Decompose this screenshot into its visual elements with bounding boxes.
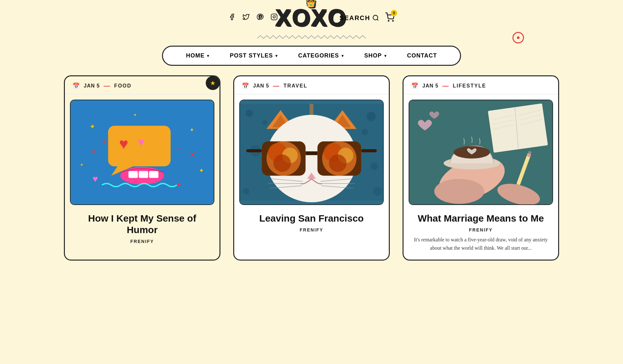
card-lifestyle-meta: 📅 JAN 5 — LIFESTYLE: [404, 76, 558, 95]
nav-bar: HOME ▾ POST STYLES ▾ CATEGORIES ▾ SHOP ▾…: [162, 46, 461, 66]
circle-decoration: [512, 32, 524, 43]
svg-point-33: [373, 187, 382, 196]
facebook-icon[interactable]: [228, 13, 235, 22]
svg-text:✦: ✦: [89, 123, 95, 131]
card-food-title: How I Kept My Sense of Humor: [73, 213, 212, 236]
card-food-meta: 📅 JAN 5 — FOOD: [65, 76, 219, 95]
svg-point-73: [434, 179, 484, 204]
card-lifestyle-image: [409, 100, 553, 205]
svg-text:✕: ✕: [91, 147, 97, 155]
svg-rect-18: [128, 171, 138, 178]
twitter-icon[interactable]: [242, 13, 250, 22]
circle-decoration-inner: [517, 36, 519, 39]
card-food-body: How I Kept My Sense of Humor FRENIFY: [65, 205, 219, 254]
svg-text:+: +: [177, 143, 182, 153]
card-food-dash: —: [104, 82, 110, 89]
svg-point-51: [329, 155, 347, 172]
svg-point-5: [393, 20, 394, 21]
card-food[interactable]: ★ 📅 JAN 5 — FOOD ✦ ✦ ✦ ✦ ✦ + +: [64, 75, 220, 261]
svg-point-2: [373, 15, 378, 20]
svg-point-27: [262, 120, 267, 125]
svg-text:✕: ✕: [189, 150, 196, 159]
card-travel[interactable]: 📅 JAN 5 — TRAVEL: [233, 75, 390, 261]
svg-text:✦: ✦: [133, 113, 137, 118]
svg-point-26: [246, 110, 253, 117]
nav-shop-label: SHOP: [364, 52, 382, 59]
calendar-icon-2: 📅: [242, 82, 249, 89]
site-logo[interactable]: 👑 XOXO: [276, 6, 347, 29]
nav-shop[interactable]: SHOP ▾: [354, 47, 397, 65]
svg-text:♥: ♥: [138, 136, 144, 148]
header: 👑 XOXO SEARCH 0: [0, 0, 623, 75]
search-icon: [372, 14, 379, 21]
nav-home-chevron: ▾: [207, 54, 209, 58]
nav-home[interactable]: HOME ▾: [176, 47, 219, 65]
card-food-category: FOOD: [114, 83, 131, 89]
svg-point-31: [371, 163, 378, 170]
social-icons: [228, 13, 278, 22]
svg-rect-43: [246, 149, 262, 152]
pinterest-icon[interactable]: [257, 13, 264, 22]
card-travel-date: JAN 5: [253, 83, 269, 89]
card-travel-category: TRAVEL: [283, 83, 307, 89]
svg-rect-19: [139, 171, 148, 178]
nav-pill: HOME ▾ POST STYLES ▾ CATEGORIES ▾ SHOP ▾…: [162, 46, 461, 66]
nav-categories[interactable]: CATEGORIES ▾: [288, 47, 354, 65]
card-travel-author: FRENIFY: [242, 227, 381, 232]
nav-shop-chevron: ▾: [384, 54, 387, 58]
cart-badge: 0: [391, 10, 397, 16]
card-food-date: JAN 5: [84, 83, 100, 89]
svg-rect-20: [149, 171, 158, 178]
nav-post-styles-chevron: ▾: [275, 54, 278, 58]
zigzag-divider: [257, 35, 366, 40]
cards-section: ★ 📅 JAN 5 — FOOD ✦ ✦ ✦ ✦ ✦ + +: [0, 75, 623, 261]
nav-home-label: HOME: [186, 52, 204, 59]
svg-rect-41: [305, 151, 317, 155]
search-cart-area: SEARCH 0: [340, 12, 395, 23]
card-travel-title: Leaving San Francisco: [242, 213, 381, 224]
card-lifestyle-body: What Marriage Means to Me FRENIFY It's r…: [404, 205, 558, 258]
nav-categories-chevron: ▾: [342, 54, 344, 58]
svg-text:✦: ✦: [189, 127, 194, 133]
nav-categories-label: CATEGORIES: [298, 52, 339, 59]
svg-text:♥: ♥: [177, 181, 181, 188]
svg-text:+: +: [102, 137, 107, 147]
card-star-badge: ★: [206, 76, 220, 90]
svg-point-28: [366, 112, 376, 121]
card-food-author: FRENIFY: [73, 239, 212, 244]
card-lifestyle-title: What Marriage Means to Me: [411, 213, 550, 224]
cart-button[interactable]: 0: [385, 12, 395, 23]
top-bar: 👑 XOXO SEARCH 0: [0, 3, 623, 31]
svg-point-32: [243, 188, 250, 194]
svg-text:♥: ♥: [92, 174, 98, 184]
card-food-image: ✦ ✦ ✦ ✦ ✦ + + ♥ ♥: [70, 100, 214, 205]
nav-post-styles[interactable]: POST STYLES ▾: [219, 47, 288, 65]
card-travel-dash: —: [273, 82, 280, 89]
card-travel-image: [239, 100, 384, 205]
svg-point-4: [388, 20, 389, 21]
card-travel-meta: 📅 JAN 5 — TRAVEL: [234, 76, 389, 95]
svg-text:✦: ✦: [199, 167, 204, 174]
search-button[interactable]: SEARCH: [340, 14, 379, 22]
svg-point-29: [362, 129, 368, 135]
card-lifestyle-date: JAN 5: [422, 83, 438, 89]
calendar-icon: 📅: [73, 82, 80, 89]
card-lifestyle-dash: —: [442, 82, 449, 89]
svg-text:✦: ✦: [80, 163, 84, 167]
svg-point-47: [273, 155, 291, 172]
nav-contact-label: CONTACT: [407, 52, 437, 59]
card-lifestyle[interactable]: 📅 JAN 5 — LIFESTYLE: [403, 75, 559, 261]
nav-contact[interactable]: CONTACT: [397, 47, 447, 65]
card-lifestyle-author: FRENIFY: [411, 227, 550, 232]
card-lifestyle-category: LIFESTYLE: [453, 83, 486, 89]
calendar-icon-3: 📅: [411, 82, 419, 89]
card-lifestyle-excerpt: It's remarkable to watch a five-year-old…: [411, 236, 550, 252]
search-text: SEARCH: [340, 14, 370, 22]
nav-post-styles-label: POST STYLES: [230, 52, 273, 59]
svg-text:♥: ♥: [119, 135, 128, 153]
card-travel-body: Leaving San Francisco FRENIFY: [234, 205, 389, 242]
svg-rect-42: [361, 149, 377, 152]
svg-line-3: [377, 19, 378, 20]
